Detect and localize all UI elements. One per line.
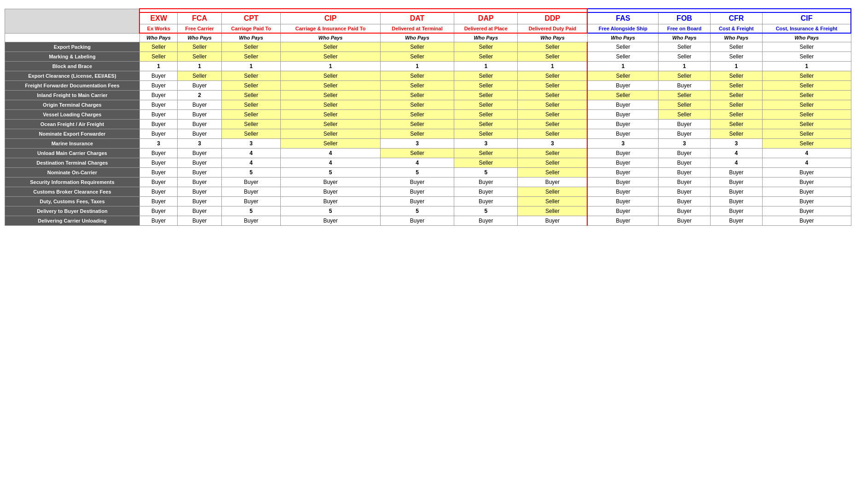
cell-15-10: Buyer	[763, 187, 851, 197]
incoterms-table: EXWFCACPTCIPDATDAPDDPFASFOBCFRCIF Ex Wor…	[5, 8, 851, 226]
cell-16-10: Buyer	[763, 197, 851, 206]
cell-12-5: Seller	[454, 158, 518, 168]
who-pays-cell-6: Who Pays	[518, 33, 587, 42]
cell-17-5: 5	[454, 206, 518, 216]
cell-15-5: Buyer	[454, 187, 518, 197]
table-row: Delivering Carrier UnloadingBuyerBuyerBu…	[5, 216, 851, 226]
cell-10-8: 3	[659, 139, 710, 149]
cell-1-0: Seller	[139, 52, 178, 62]
col-name-cip: Carriage & Insurance Paid To	[281, 24, 381, 34]
cell-3-8: Seller	[659, 71, 710, 81]
cell-3-10: Seller	[763, 71, 851, 81]
cell-14-1: Buyer	[178, 178, 222, 187]
who-pays-cell-3: Who Pays	[281, 33, 381, 42]
cell-8-1: Buyer	[178, 120, 222, 129]
who-pays-cell-0: Who Pays	[139, 33, 178, 42]
cell-18-4: Buyer	[380, 216, 454, 226]
col-code-fca: FCA	[178, 12, 222, 24]
cell-14-8: Buyer	[659, 178, 710, 187]
cell-15-0: Buyer	[139, 187, 178, 197]
cell-14-7: Buyer	[587, 178, 659, 187]
cell-7-7: Buyer	[587, 110, 659, 120]
cell-2-0: 1	[139, 62, 178, 71]
cell-7-9: Seller	[710, 110, 763, 120]
col-name-dap: Delivered at Place	[454, 24, 518, 34]
cell-11-8: Buyer	[659, 149, 710, 158]
cell-18-3: Buyer	[281, 216, 381, 226]
col-code-ddp: DDP	[518, 12, 587, 24]
cell-14-4: Buyer	[380, 178, 454, 187]
cell-17-10: Buyer	[763, 206, 851, 216]
cell-3-1: Seller	[178, 71, 222, 81]
cell-1-10: Seller	[763, 52, 851, 62]
cell-9-6: Seller	[518, 129, 587, 139]
service-label-14: Security Information Requirements	[5, 178, 140, 187]
cell-10-1: 3	[178, 139, 222, 149]
service-label-16: Duty, Customs Fees, Taxes	[5, 197, 140, 206]
cell-6-1: Buyer	[178, 100, 222, 110]
cell-17-2: 5	[222, 206, 281, 216]
cell-18-2: Buyer	[222, 216, 281, 226]
cell-3-6: Seller	[518, 71, 587, 81]
cell-12-10: 4	[763, 158, 851, 168]
cell-4-0: Buyer	[139, 81, 178, 91]
service-label-9: Nominate Export Forwarder	[5, 129, 140, 139]
cell-6-0: Buyer	[139, 100, 178, 110]
cell-5-5: Seller	[454, 91, 518, 100]
col-code-cif: CIF	[763, 12, 851, 24]
cell-0-0: Seller	[139, 42, 178, 52]
cell-5-0: Buyer	[139, 91, 178, 100]
cell-18-7: Buyer	[587, 216, 659, 226]
cell-14-10: Buyer	[763, 178, 851, 187]
cell-9-1: Buyer	[178, 129, 222, 139]
cell-11-9: 4	[710, 149, 763, 158]
cell-17-1: Buyer	[178, 206, 222, 216]
cell-0-2: Seller	[222, 42, 281, 52]
service-label-1: Marking & Labeling	[5, 52, 140, 62]
cell-11-4: Seller	[380, 149, 454, 158]
cell-7-8: Seller	[659, 110, 710, 120]
col-name-fob: Free on Board	[659, 24, 710, 34]
cell-4-9: Seller	[710, 81, 763, 91]
service-label-3: Export Clearance (License, EEI/AES)	[5, 71, 140, 81]
col-name-cfr: Cost & Freight	[710, 24, 763, 34]
cell-9-10: Seller	[763, 129, 851, 139]
cell-13-9: Buyer	[710, 168, 763, 178]
cell-17-7: Buyer	[587, 206, 659, 216]
cell-4-4: Seller	[380, 81, 454, 91]
cell-7-3: Seller	[281, 110, 381, 120]
cell-10-4: 3	[380, 139, 454, 149]
cell-11-0: Buyer	[139, 149, 178, 158]
cell-12-3: 4	[281, 158, 381, 168]
cell-15-4: Buyer	[380, 187, 454, 197]
service-label-11: Unload Main Carrier Charges	[5, 149, 140, 158]
table-row: Vessel Loading ChargesBuyerBuyerSellerSe…	[5, 110, 851, 120]
who-pays-cell-10: Who Pays	[763, 33, 851, 42]
cell-11-6: Seller	[518, 149, 587, 158]
cell-15-9: Buyer	[710, 187, 763, 197]
cell-3-2: Seller	[222, 71, 281, 81]
cell-16-8: Buyer	[659, 197, 710, 206]
table-row: Nominate On-CarrierBuyerBuyer5555SellerB…	[5, 168, 851, 178]
table-row: Export Clearance (License, EEI/AES)Buyer…	[5, 71, 851, 81]
service-label-10: Marine Insurance	[5, 139, 140, 149]
cell-5-3: Seller	[281, 91, 381, 100]
col-code-dat: DAT	[380, 12, 454, 24]
cell-12-0: Buyer	[139, 158, 178, 168]
cell-13-3: 5	[281, 168, 381, 178]
table-row: Unload Main Carrier ChargesBuyerBuyer44S…	[5, 149, 851, 158]
cell-7-1: Buyer	[178, 110, 222, 120]
cell-4-1: Buyer	[178, 81, 222, 91]
col-code-cip: CIP	[281, 12, 381, 24]
col-code-ewx: EXW	[139, 12, 178, 24]
cell-4-6: Seller	[518, 81, 587, 91]
cell-15-6: Seller	[518, 187, 587, 197]
cell-8-6: Seller	[518, 120, 587, 129]
cell-9-9: Seller	[710, 129, 763, 139]
cell-3-7: Seller	[587, 71, 659, 81]
cell-18-6: Buyer	[518, 216, 587, 226]
who-pays-cell-1: Who Pays	[178, 33, 222, 42]
cell-14-6: Buyer	[518, 178, 587, 187]
cell-1-5: Seller	[454, 52, 518, 62]
col-name-dat: Delivered at Terminal	[380, 24, 454, 34]
